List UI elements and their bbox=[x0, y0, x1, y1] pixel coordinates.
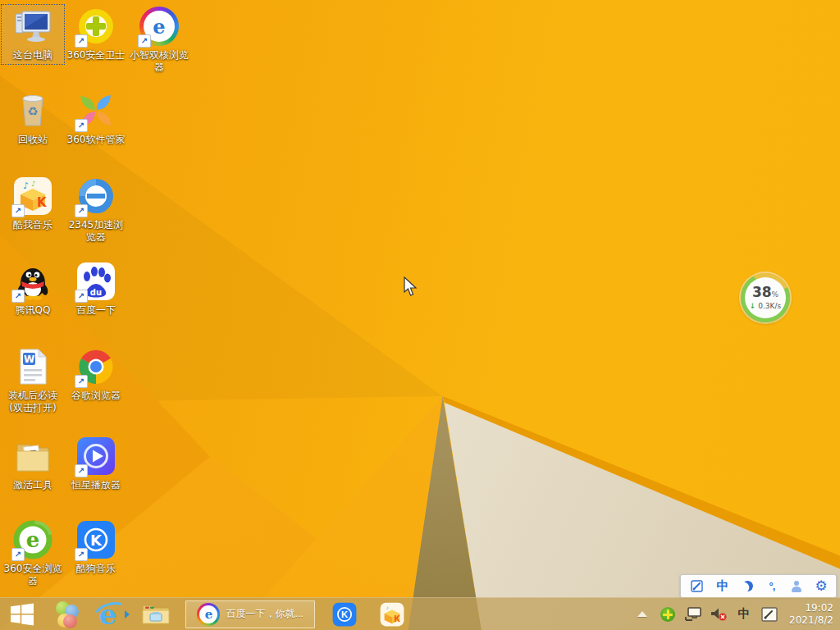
halfwidth-moon-icon[interactable] bbox=[740, 578, 755, 595]
punctuation-toggle[interactable]: °, bbox=[765, 578, 779, 595]
desktop-icon-setup-readme[interactable]: W 装机后必读(双击打开) bbox=[2, 345, 64, 414]
desktop-icon-baidu[interactable]: du ↗ 百度一下 bbox=[65, 260, 127, 317]
system-tray: 中 19:02 2021/8/2 bbox=[633, 602, 840, 627]
chrome-icon: ↗ bbox=[76, 347, 116, 386]
kuwo-music-icon: K ♪ ♪ ↗ bbox=[13, 176, 52, 216]
file-explorer-button[interactable] bbox=[138, 598, 174, 630]
icon-label: 回收站 bbox=[18, 134, 48, 146]
network-tray-icon[interactable] bbox=[684, 605, 702, 624]
taskbar-clock[interactable]: 19:02 2021/8/2 bbox=[789, 602, 833, 627]
desktop-icon-360-software-manager[interactable]: ↗ 360软件管家 bbox=[65, 89, 127, 146]
ime-language-indicator[interactable]: 中 bbox=[735, 605, 753, 624]
ime-settings-gear-icon[interactable]: ⚙ bbox=[814, 578, 829, 595]
start-button[interactable] bbox=[3, 598, 41, 630]
task-label: 百度一下，你就... bbox=[226, 607, 303, 621]
shortcut-arrow-icon: ↗ bbox=[75, 204, 88, 217]
icon-label: 腾讯QQ bbox=[16, 304, 51, 317]
icon-label: 装机后必读(双击打开) bbox=[2, 390, 64, 414]
desktop-icon-this-pc[interactable]: 这台电脑 bbox=[2, 5, 64, 64]
kuwo-music-taskbar-button[interactable]: K ♪ bbox=[374, 598, 410, 630]
xiaozhi-browser-icon: e bbox=[197, 603, 220, 626]
icon-label: 恒星播放器 bbox=[71, 479, 121, 491]
2345-browser-icon: ↗ bbox=[76, 176, 116, 216]
svg-text:W: W bbox=[24, 354, 34, 365]
desktop-icon-chrome[interactable]: ↗ 谷歌浏览器 bbox=[65, 345, 127, 402]
shortcut-arrow-icon: ↗ bbox=[75, 375, 88, 388]
clock-date: 2021/8/2 bbox=[789, 614, 833, 627]
shortcut-arrow-icon: ↗ bbox=[75, 464, 88, 477]
colorful-pinwheel-app-button[interactable] bbox=[49, 598, 85, 630]
pinwheel-red-circle bbox=[63, 614, 77, 628]
user-account-icon[interactable] bbox=[789, 578, 804, 595]
desktop-icon-360-safety-guard[interactable]: ↗ 360安全卫士 bbox=[65, 5, 127, 62]
icon-label: 360安全卫士 bbox=[67, 49, 126, 62]
svg-text:K: K bbox=[341, 609, 349, 619]
svg-text:K: K bbox=[395, 614, 401, 623]
desktop-icon-kugou-music[interactable]: K ↗ 酷狗音乐 bbox=[65, 518, 127, 575]
desktop: 这台电脑 ↗ 360安全卫士 e ↗ 小智双核浏览器 ♻ bbox=[0, 0, 840, 630]
svg-text:K: K bbox=[37, 195, 48, 210]
desktop-icon-360-safe-browser[interactable]: e ↗ 360安全浏览器 bbox=[2, 518, 64, 587]
recycle-bin-icon: ♻ bbox=[13, 91, 52, 130]
icon-label: 激活工具 bbox=[13, 479, 52, 491]
kugou-music-icon: K ↗ bbox=[76, 520, 116, 559]
shortcut-arrow-icon: ↗ bbox=[11, 548, 25, 561]
svg-text:K: K bbox=[90, 532, 103, 549]
network-speed: ↓ 0.3K/s bbox=[750, 302, 781, 311]
icon-label: 这台电脑 bbox=[13, 49, 52, 62]
svg-text:♪: ♪ bbox=[31, 180, 36, 188]
tencent-qq-icon: ↗ bbox=[13, 262, 52, 301]
shortcut-arrow-icon: ↗ bbox=[11, 204, 25, 217]
desktop-icon-2345-browser[interactable]: ↗ 2345加速浏览器 bbox=[65, 175, 127, 244]
folder-icon bbox=[13, 436, 52, 476]
icon-label: 酷我音乐 bbox=[13, 219, 52, 231]
taskbar: e e 百度一下，你就... bbox=[0, 597, 840, 630]
document-icon: W bbox=[13, 347, 52, 386]
svg-text:♻: ♻ bbox=[27, 104, 38, 119]
touch-keyboard-tray-icon[interactable] bbox=[760, 605, 778, 624]
icon-label: 小智双核浏览器 bbox=[128, 49, 190, 74]
this-pc-icon bbox=[13, 7, 52, 46]
desktop-icon-xiaozhi-browser[interactable]: e ↗ 小智双核浏览器 bbox=[128, 5, 190, 74]
desktop-icon-recycle-bin[interactable]: ♻ 回收站 bbox=[2, 89, 64, 146]
icon-label: 360软件管家 bbox=[67, 134, 126, 146]
shortcut-arrow-icon: ↗ bbox=[75, 119, 88, 132]
handwriting-pad-icon[interactable] bbox=[688, 578, 705, 595]
running-task-baidu-tab[interactable]: e 百度一下，你就... bbox=[185, 600, 315, 628]
icon-label: 360安全浏览器 bbox=[2, 563, 64, 587]
ime-chinese-mode-toggle[interactable]: 中 bbox=[715, 578, 730, 595]
icon-label: 2345加速浏览器 bbox=[65, 219, 127, 244]
icon-label: 百度一下 bbox=[76, 304, 116, 317]
clock-time: 19:02 bbox=[789, 602, 833, 614]
360-software-manager-icon: ↗ bbox=[76, 91, 116, 130]
360-speed-ball-widget[interactable]: 38% ↓ 0.3K/s bbox=[741, 273, 790, 322]
desktop-icon-tencent-qq[interactable]: ↗ 腾讯QQ bbox=[2, 260, 64, 317]
show-hidden-icons-chevron[interactable] bbox=[633, 605, 651, 624]
svg-text:du: du bbox=[90, 288, 102, 297]
360-safety-guard-icon: ↗ bbox=[76, 7, 116, 46]
speed-ball-face: 38% ↓ 0.3K/s bbox=[745, 277, 786, 318]
download-arrow-icon: ↓ bbox=[750, 302, 756, 310]
hengxing-player-icon: ↗ bbox=[76, 436, 116, 476]
shortcut-arrow-icon: ↗ bbox=[75, 290, 88, 303]
360-safe-browser-icon: e ↗ bbox=[13, 520, 52, 559]
ime-toolbar: 中 °, ⚙ bbox=[680, 574, 837, 598]
shortcut-arrow-icon: ↗ bbox=[138, 34, 151, 48]
desktop-icon-hengxing-player[interactable]: ↗ 恒星播放器 bbox=[65, 435, 127, 491]
shortcut-arrow-icon: ↗ bbox=[75, 34, 88, 48]
internet-explorer-button[interactable]: e bbox=[94, 598, 130, 630]
icon-label: 酷狗音乐 bbox=[76, 563, 116, 575]
desktop-icon-activation-tool[interactable]: 激活工具 bbox=[2, 435, 64, 491]
volume-muted-tray-icon[interactable] bbox=[710, 605, 728, 624]
svg-text:e: e bbox=[26, 527, 40, 552]
kugou-music-icon: K bbox=[332, 602, 357, 627]
icon-label: 谷歌浏览器 bbox=[71, 390, 121, 402]
kugou-music-taskbar-button[interactable]: K bbox=[326, 598, 363, 630]
svg-text:♪: ♪ bbox=[23, 180, 29, 191]
desktop-icon-kuwo-music[interactable]: K ♪ ♪ ↗ 酷我音乐 bbox=[2, 175, 64, 231]
svg-text:♪: ♪ bbox=[386, 604, 389, 609]
360-tray-icon[interactable] bbox=[659, 605, 677, 624]
kuwo-music-icon: K ♪ bbox=[380, 602, 404, 627]
shortcut-arrow-icon: ↗ bbox=[75, 548, 88, 561]
memory-percent: 38% bbox=[752, 285, 778, 302]
